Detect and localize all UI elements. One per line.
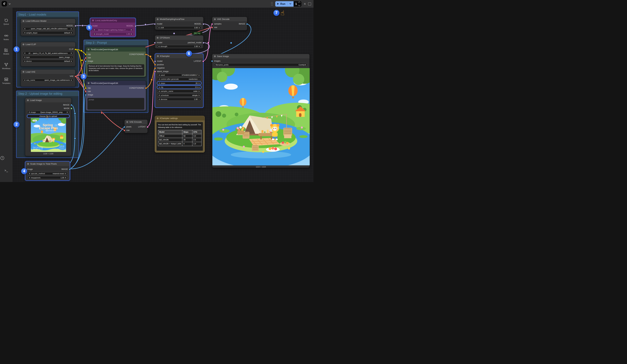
- positive-input-port[interactable]: [154, 64, 156, 66]
- filename-prefix-widget[interactable]: filename_prefix ComfyUI: [214, 63, 308, 66]
- decrement-icon[interactable]: [298, 4, 301, 6]
- prev-option-icon[interactable]: [94, 33, 95, 35]
- collapse-dot-icon[interactable]: [92, 19, 94, 21]
- collapse-dot-icon[interactable]: [27, 163, 29, 165]
- prev-option-icon[interactable]: [159, 90, 160, 92]
- collapse-dot-icon[interactable]: [157, 117, 159, 119]
- vae-input-port[interactable]: [123, 130, 125, 131]
- prev-option-icon[interactable]: [159, 86, 160, 88]
- prev-option-icon[interactable]: [29, 177, 30, 179]
- next-option-icon[interactable]: [71, 28, 72, 30]
- node-scale-image[interactable]: Scale Image to Total Pixels image IMAGE …: [25, 161, 70, 181]
- latent-image-input-port[interactable]: [154, 71, 156, 73]
- sampler-name-widget[interactable]: sampler_name euler: [157, 90, 201, 93]
- node-cfg-norm[interactable]: CFGNorm model patched_model strength 1.0…: [155, 35, 204, 49]
- workflow-menu-chevron-icon[interactable]: [8, 3, 11, 5]
- prev-option-icon[interactable]: [24, 52, 25, 54]
- denoise-widget[interactable]: denoise 1.00: [157, 98, 201, 101]
- node-model-sampling-auraflow[interactable]: ModelSamplingAuraFlow model MODEL shift …: [155, 17, 204, 30]
- keyboard-shortcuts-button[interactable]: [0, 182, 12, 182]
- next-option-icon[interactable]: [65, 173, 66, 174]
- collapse-dot-icon[interactable]: [157, 37, 159, 39]
- prompt-textarea[interactable]: prompt: [87, 98, 144, 109]
- clear-queue-icon[interactable]: ✕: [304, 2, 306, 5]
- focus-mode-icon[interactable]: [308, 2, 311, 5]
- strength-model-widget[interactable]: strength_model 1.00: [92, 33, 133, 36]
- lora-name-widget[interactable]: Qwen-Image-Lightning-4steps-V ...: [92, 28, 133, 31]
- collapse-dot-icon[interactable]: [27, 99, 29, 101]
- vae-input-port[interactable]: [85, 91, 87, 93]
- next-option-icon[interactable]: [199, 74, 200, 76]
- collapse-dot-icon[interactable]: [157, 55, 159, 57]
- clip-input-port[interactable]: [85, 53, 87, 55]
- node-text-encode-positive[interactable]: TextEncodeQwenImageEdit clip vae image C…: [86, 47, 146, 77]
- collapse-dot-icon[interactable]: [157, 18, 159, 20]
- patched-model-output-port[interactable]: [203, 42, 204, 44]
- next-option-icon[interactable]: [71, 56, 72, 58]
- vae-input-port[interactable]: [211, 27, 213, 28]
- model-input-port[interactable]: [154, 42, 156, 44]
- next-option-icon[interactable]: [71, 32, 72, 34]
- clip-device-widget[interactable]: device default: [23, 60, 73, 63]
- unet-name-widget[interactable]: ... qwen_image_edit_fp8_e4m3fn.safetenso…: [23, 27, 73, 30]
- batch-count-input[interactable]: 1: [294, 1, 301, 7]
- latent-output-port[interactable]: [202, 60, 204, 62]
- pixels-input-port[interactable]: [123, 126, 125, 128]
- prev-option-icon[interactable]: [24, 79, 25, 81]
- next-option-icon[interactable]: [71, 79, 72, 81]
- model-output-port[interactable]: [75, 25, 76, 27]
- next-option-icon[interactable]: [199, 82, 200, 84]
- conditioning-output-port[interactable]: [145, 53, 147, 55]
- strength-widget[interactable]: strength 1.00: [157, 45, 201, 48]
- prev-option-icon[interactable]: [29, 173, 30, 174]
- clip-output-port[interactable]: [75, 49, 76, 51]
- model-input-port[interactable]: [154, 23, 156, 25]
- weight-dtype-widget[interactable]: weight_dtype default: [23, 31, 73, 34]
- collapse-dot-icon[interactable]: [23, 20, 24, 22]
- vae-input-port[interactable]: [85, 57, 87, 59]
- prev-option-icon[interactable]: [158, 27, 159, 29]
- shift-widget[interactable]: shift 3.00: [157, 26, 201, 29]
- prev-option-icon[interactable]: [24, 56, 25, 58]
- megapixels-widget[interactable]: megapixels 1.00: [27, 176, 68, 179]
- node-text-encode-negative[interactable]: TextEncodeQwenImageEdit clip vae image C…: [86, 81, 146, 111]
- prev-option-icon[interactable]: [158, 46, 159, 47]
- node-lora-loader[interactable]: LoraLoaderModelOnly model MODEL Qwen-Ima…: [90, 18, 136, 37]
- prev-option-icon[interactable]: [159, 94, 160, 96]
- node-load-vae[interactable]: Load VAE VAE vae_name qwen_image_vae.saf…: [21, 69, 76, 87]
- control-after-generate-widget[interactable]: control after generate randomize: [157, 78, 201, 81]
- node-load-clip[interactable]: Load CLIP CLIP cli ... qwen_2.5_vl_7b_fp…: [21, 42, 76, 66]
- sidebar-item-models[interactable]: Models: [0, 48, 12, 55]
- prev-option-icon[interactable]: [29, 111, 30, 113]
- seed-widget[interactable]: seed 976480016588017: [157, 74, 201, 77]
- collapse-dot-icon[interactable]: [214, 18, 216, 20]
- next-option-icon[interactable]: [71, 60, 72, 62]
- scheduler-widget[interactable]: scheduler simple: [157, 94, 201, 97]
- next-option-icon[interactable]: [199, 99, 200, 100]
- next-option-icon[interactable]: [65, 177, 66, 179]
- upscale-method-widget[interactable]: upscale_method nearest-exact: [27, 172, 68, 175]
- prev-option-icon[interactable]: [24, 32, 25, 34]
- cfg-widget[interactable]: cfg 2.5: [157, 86, 201, 89]
- collapse-dot-icon[interactable]: [214, 55, 216, 57]
- image-output-port[interactable]: [70, 104, 72, 106]
- next-option-icon[interactable]: [199, 78, 200, 80]
- node-save-image[interactable]: Save Image images filename_prefix ComfyU…: [212, 54, 310, 168]
- image-file-widget[interactable]: image Qwen-Image_00043_.png: [27, 110, 69, 113]
- node-vae-decode[interactable]: VAE Decode samples vae IMAGE: [212, 17, 247, 31]
- clip-type-widget[interactable]: type qwen_image: [23, 55, 73, 58]
- sidebar-item-queue[interactable]: Queue: [0, 18, 12, 25]
- node-vae-encode[interactable]: VAE Encode pixels vae LATENT: [124, 119, 148, 133]
- image-input-port[interactable]: [85, 94, 87, 96]
- prev-option-icon[interactable]: [159, 74, 160, 76]
- model-input-port[interactable]: [154, 60, 156, 62]
- model-output-port[interactable]: [135, 25, 136, 27]
- collapse-dot-icon[interactable]: [23, 71, 24, 73]
- help-button[interactable]: ?: [0, 156, 12, 160]
- next-option-icon[interactable]: [199, 86, 200, 88]
- images-input-port[interactable]: [211, 60, 213, 62]
- sidebar-item-templates[interactable]: Templates: [0, 77, 12, 84]
- model-output-port[interactable]: [203, 23, 204, 25]
- latent-output-port[interactable]: [147, 126, 149, 128]
- terminal-button[interactable]: >_: [0, 169, 12, 172]
